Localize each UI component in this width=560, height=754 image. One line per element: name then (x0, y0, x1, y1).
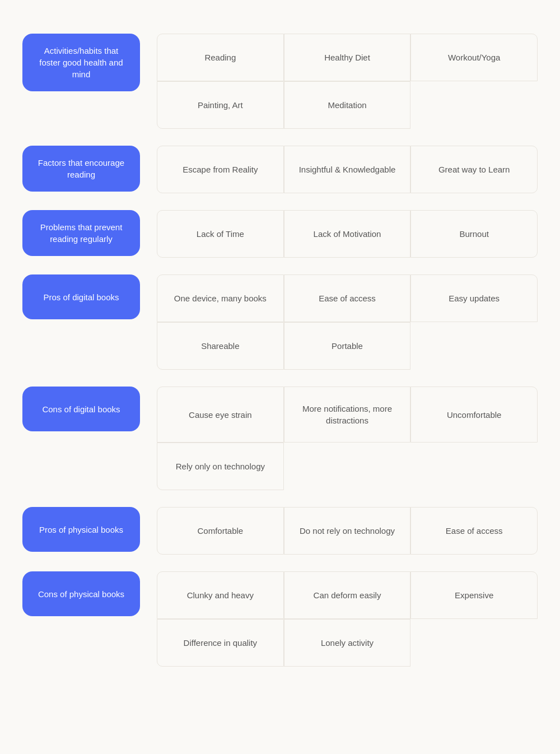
items-row: Painting, ArtMeditation (157, 81, 538, 129)
spacer (22, 193, 538, 210)
item-cell: Escape from Reality (157, 146, 284, 193)
section-pros-digital: Pros of digital booksOne device, many bo… (22, 274, 538, 370)
items-row: Difference in qualityLonely activity (157, 619, 538, 667)
spacer (22, 258, 538, 274)
items-row: Cause eye strainMore notifications, more… (157, 387, 538, 443)
item-cell: Reading (157, 34, 284, 81)
item-cell: Uncomfortable (410, 387, 538, 443)
item-cell: Difference in quality (157, 619, 284, 667)
item-cell: More notifications, more distractions (284, 387, 411, 443)
item-cell: Expensive (410, 571, 538, 619)
item-cell (410, 443, 538, 490)
spacer (22, 490, 538, 507)
main-content: Activities/habits that foster good healt… (22, 34, 538, 667)
item-cell: Rely only on technology (157, 443, 284, 490)
category-left: Activities/habits that foster good healt… (22, 34, 140, 91)
items-grid: Clunky and heavyCan deform easilyExpensi… (157, 571, 538, 667)
item-cell (410, 322, 538, 370)
item-cell: Insightful & Knowledgable (284, 146, 411, 193)
item-cell: Healthy Diet (284, 34, 411, 81)
item-cell (410, 619, 538, 667)
item-cell: Painting, Art (157, 81, 284, 129)
item-cell: Great way to Learn (410, 146, 538, 193)
items-grid: Escape from RealityInsightful & Knowledg… (157, 146, 538, 193)
section-cons-physical: Cons of physical booksClunky and heavyCa… (22, 571, 538, 667)
item-cell: Clunky and heavy (157, 571, 284, 619)
category-left: Pros of physical books (22, 507, 140, 552)
items-row: ComfortableDo not rely on technologyEase… (157, 507, 538, 555)
item-cell: Shareable (157, 322, 284, 370)
items-row: Lack of TimeLack of MotivationBurnout (157, 210, 538, 258)
item-cell: Lack of Time (157, 210, 284, 258)
items-row: Rely only on technology (157, 443, 538, 490)
category-btn-pros-physical[interactable]: Pros of physical books (22, 507, 140, 552)
section-factors: Factors that encourage readingEscape fro… (22, 146, 538, 193)
items-row: Escape from RealityInsightful & Knowledg… (157, 146, 538, 193)
section-cons-digital: Cons of digital booksCause eye strainMor… (22, 387, 538, 490)
item-cell (284, 443, 411, 490)
item-cell: Lack of Motivation (284, 210, 411, 258)
items-row: ShareablePortable (157, 322, 538, 370)
item-cell: Comfortable (157, 507, 284, 555)
item-cell: Ease of access (284, 274, 411, 322)
spacer (22, 555, 538, 571)
items-grid: ComfortableDo not rely on technologyEase… (157, 507, 538, 555)
item-cell: Workout/Yoga (410, 34, 538, 81)
section-activities: Activities/habits that foster good healt… (22, 34, 538, 129)
category-left: Problems that prevent reading regularly (22, 210, 140, 256)
items-grid: Lack of TimeLack of MotivationBurnout (157, 210, 538, 258)
category-left: Pros of digital books (22, 274, 140, 319)
category-left: Cons of digital books (22, 387, 140, 431)
category-left: Factors that encourage reading (22, 146, 140, 192)
category-btn-cons-digital[interactable]: Cons of digital books (22, 387, 140, 431)
category-left: Cons of physical books (22, 571, 140, 616)
items-row: One device, many booksEase of accessEasy… (157, 274, 538, 322)
category-btn-pros-digital[interactable]: Pros of digital books (22, 274, 140, 319)
items-grid: Cause eye strainMore notifications, more… (157, 387, 538, 490)
items-row: ReadingHealthy DietWorkout/Yoga (157, 34, 538, 81)
category-btn-cons-physical[interactable]: Cons of physical books (22, 571, 140, 616)
item-cell: Ease of access (410, 507, 538, 555)
item-cell: Easy updates (410, 274, 538, 322)
items-grid: ReadingHealthy DietWorkout/YogaPainting,… (157, 34, 538, 129)
item-cell (410, 81, 538, 129)
item-cell: Cause eye strain (157, 387, 284, 443)
item-cell: Burnout (410, 210, 538, 258)
item-cell: Can deform easily (284, 571, 411, 619)
spacer (22, 129, 538, 146)
item-cell: Meditation (284, 81, 411, 129)
section-problems: Problems that prevent reading regularlyL… (22, 210, 538, 258)
item-cell: Lonely activity (284, 619, 411, 667)
category-btn-problems[interactable]: Problems that prevent reading regularly (22, 210, 140, 256)
item-cell: Do not rely on technology (284, 507, 411, 555)
section-pros-physical: Pros of physical booksComfortableDo not … (22, 507, 538, 555)
category-btn-activities[interactable]: Activities/habits that foster good healt… (22, 34, 140, 91)
item-cell: Portable (284, 322, 411, 370)
items-grid: One device, many booksEase of accessEasy… (157, 274, 538, 370)
spacer (22, 370, 538, 387)
item-cell: One device, many books (157, 274, 284, 322)
items-row: Clunky and heavyCan deform easilyExpensi… (157, 571, 538, 619)
category-btn-factors[interactable]: Factors that encourage reading (22, 146, 140, 192)
